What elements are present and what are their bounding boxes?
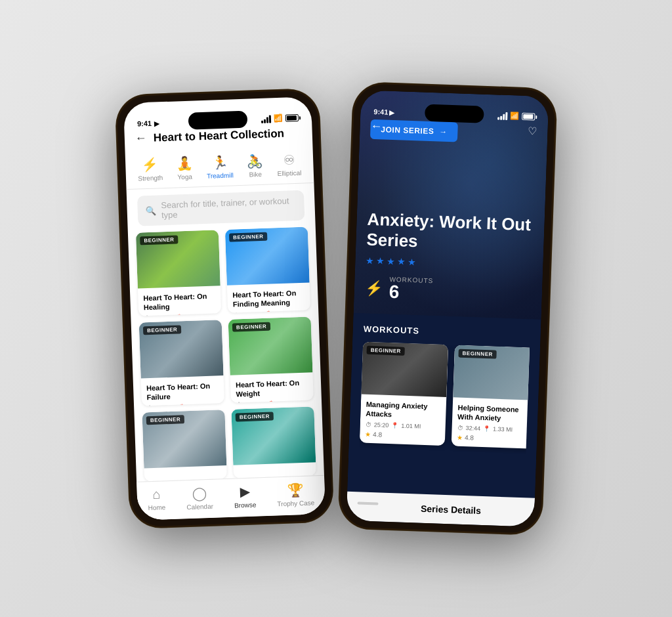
nav-home[interactable]: ⌂ Home	[147, 486, 165, 512]
workout-grid: BEGINNER Heart To Heart: On Healing ⏱ 46…	[128, 226, 324, 482]
right-rating-2: ★ 4.8	[457, 433, 530, 443]
right-workout-card-1[interactable]: BEGINNER Managing Anxiety Attacks ⏱ 25:2…	[360, 342, 448, 446]
browse-icon: ▶	[240, 484, 250, 500]
strength-icon: ⚡	[142, 156, 159, 173]
workout-card-1[interactable]: BEGINNER Heart To Heart: On Healing ⏱ 46…	[136, 230, 221, 316]
clock-icon-4: ⏱	[236, 402, 243, 403]
signal-bars-right	[497, 112, 507, 120]
card-title-4: Heart To Heart: On Weight	[236, 378, 308, 399]
workout-card-3[interactable]: BEGINNER Heart To Heart: On Failure ⏱ 53…	[139, 320, 224, 406]
tab-bike[interactable]: 🚴 Bike	[241, 150, 269, 181]
search-icon: 🔍	[145, 205, 156, 216]
beginner-badge-5: BEGINNER	[146, 415, 185, 425]
calendar-icon: ◯	[192, 485, 207, 501]
beginner-badge-6: BEGINNER	[236, 412, 274, 421]
card-title-2: Heart To Heart: On Finding Meaning	[232, 288, 305, 309]
card-image-1: BEGINNER	[136, 230, 220, 288]
nav-calendar[interactable]: ◯ Calendar	[186, 485, 213, 511]
card-image-5: BEGINNER	[142, 410, 226, 468]
hero-content: Anxiety: Work It Out Series ★ ★ ★ ★ ★ ⚡ …	[364, 209, 534, 306]
right-body: WORKOUTS BEGINNER Managing Anxiety Attac…	[347, 313, 541, 498]
beginner-badge-4: BEGINNER	[232, 322, 271, 332]
clock-icon-r1: ⏱	[366, 421, 371, 427]
drag-handle	[358, 501, 379, 505]
clock-icon-1: ⏱	[144, 315, 150, 316]
wifi-icon: 📶	[274, 114, 283, 123]
beginner-badge-3: BEGINNER	[143, 325, 182, 335]
left-phone-screen: 9:41 ▶ 📶	[123, 96, 326, 521]
status-time-right: 9:41 ▶	[373, 108, 394, 116]
elliptical-icon: ♾	[283, 152, 295, 168]
battery-icon-right	[522, 113, 535, 121]
workout-tabs: ⚡ Strength 🧘 Yoga 🏃 Treadmill 🚴 Bike	[125, 144, 314, 190]
card-image-2: BEGINNER	[225, 227, 310, 286]
right-phone: 9:41 ▶ 📶	[338, 82, 557, 535]
series-details-label: Series Details	[378, 501, 524, 517]
bike-icon: 🚴	[247, 153, 264, 169]
workout-count-icon: ⚡	[365, 279, 383, 297]
card-title-3: Heart To Heart: On Failure	[146, 381, 219, 402]
right-badge-2: BEGINNER	[458, 349, 497, 359]
clock-icon-2: ⏱	[233, 312, 240, 313]
search-bar[interactable]: 🔍 Search for title, trainer, or workout …	[137, 190, 304, 226]
beginner-badge-1: BEGINNER	[140, 235, 178, 245]
card-image-6: BEGINNER	[231, 406, 316, 465]
left-phone: 9:41 ▶ 📶	[116, 89, 334, 528]
series-details-bar[interactable]: Series Details	[346, 492, 535, 527]
search-input[interactable]: Search for title, trainer, or workout ty…	[161, 196, 297, 220]
dynamic-island-left	[188, 111, 248, 130]
wifi-icon-right: 📶	[510, 112, 519, 120]
location-arrow: ▶	[154, 119, 159, 127]
tab-strength[interactable]: ⚡ Strength	[132, 154, 168, 185]
right-badge-1: BEGINNER	[366, 346, 405, 356]
workouts-count-row: ⚡ WORKOUTS 6	[364, 275, 532, 307]
card-image-4: BEGINNER	[228, 316, 313, 375]
dist-icon-r2: 📍	[483, 425, 490, 432]
right-card-image-1: BEGINNER	[361, 342, 448, 397]
nav-browse[interactable]: ▶ Browse	[234, 484, 257, 509]
status-icons-right: 📶	[497, 111, 535, 121]
battery-icon	[285, 114, 299, 122]
signal-bars	[261, 115, 271, 123]
yoga-icon: 🧘	[176, 156, 193, 172]
trophy-icon: 🏆	[287, 482, 304, 498]
workout-card-5[interactable]: BEGINNER	[142, 410, 227, 481]
right-card-title-2: Helping Someone With Anxiety	[457, 403, 530, 425]
tab-treadmill[interactable]: 🏃 Treadmill	[201, 151, 239, 182]
card-title-5	[150, 471, 222, 473]
distance-icon-2: 📍	[264, 310, 272, 313]
series-title: Anxiety: Work It Out Series	[366, 209, 534, 255]
back-button[interactable]: ←	[135, 131, 148, 146]
right-workout-card-2[interactable]: BEGINNER Helping Someone With Anxiety ⏱ …	[452, 345, 530, 448]
workout-card-4[interactable]: BEGINNER Heart To Heart: On Weight ⏱ 28:…	[228, 316, 314, 402]
hero-back-button[interactable]: ←	[370, 119, 383, 134]
distance-icon-4: 📍	[267, 400, 275, 403]
nav-trophy[interactable]: 🏆 Trophy Case	[276, 481, 314, 507]
distance-icon-3: 📍	[178, 404, 186, 406]
clock-icon-r2: ⏱	[457, 424, 463, 431]
status-time-left: 9:41 ▶	[137, 119, 159, 127]
status-icons-left: 📶	[261, 114, 299, 123]
home-icon: ⌂	[152, 487, 161, 502]
series-stars: ★ ★ ★ ★ ★	[366, 255, 532, 272]
right-card-image-2: BEGINNER	[453, 345, 530, 400]
bottom-nav: ⌂ Home ◯ Calendar ▶ Browse 🏆 Trophy Case	[136, 475, 326, 521]
hero-heart-button[interactable]: ♡	[528, 125, 537, 138]
right-card-title-1: Managing Anxiety Attacks	[366, 400, 441, 421]
beginner-badge-2: BEGINNER	[229, 232, 268, 242]
phones-container: 9:41 ▶ 📶	[123, 85, 549, 532]
left-screen-content: 9:41 ▶ 📶	[123, 96, 326, 521]
workout-card-2[interactable]: BEGINNER Heart To Heart: On Finding Mean…	[225, 227, 310, 313]
card-image-3: BEGINNER	[139, 320, 224, 378]
tab-yoga[interactable]: 🧘 Yoga	[171, 152, 199, 183]
treadmill-icon: 🏃	[211, 154, 228, 171]
workouts-section-label: WORKOUTS	[364, 324, 530, 340]
location-arrow-right: ▶	[389, 108, 394, 116]
right-rating-1: ★ 4.8	[365, 430, 440, 440]
card-title-1: Heart To Heart: On Healing	[143, 291, 216, 312]
right-screen-content: 9:41 ▶ 📶	[346, 90, 549, 527]
tab-elliptical[interactable]: ♾ Elliptical	[271, 149, 306, 181]
workout-card-6[interactable]: BEGINNER	[231, 406, 316, 478]
workouts-scroll[interactable]: BEGINNER Managing Anxiety Attacks ⏱ 25:2…	[360, 342, 530, 454]
clock-icon-3: ⏱	[147, 404, 154, 406]
